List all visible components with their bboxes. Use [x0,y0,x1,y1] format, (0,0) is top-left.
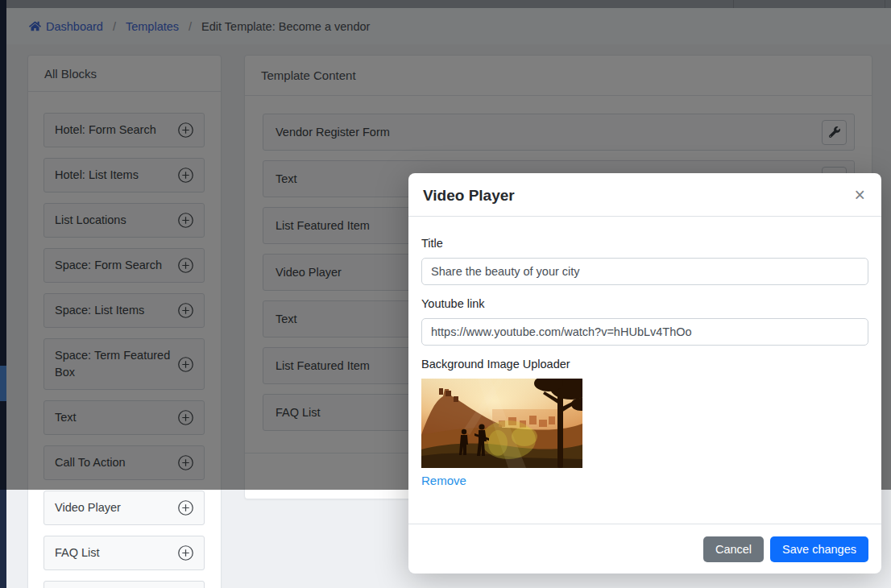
youtube-field-group: Youtube link [421,297,868,346]
block-item-label: Video Player [55,499,126,516]
add-block-icon[interactable] [177,545,194,561]
modal-title: Video Player [423,187,515,205]
block-item-label: FAQ List [55,545,105,561]
title-input[interactable] [421,258,868,285]
block-item-faq-list[interactable]: FAQ List [44,536,205,570]
block-item-video-player[interactable]: Video Player [44,491,205,525]
close-icon[interactable]: × [855,186,865,205]
title-field-label: Title [421,237,868,250]
youtube-link-input[interactable] [421,318,868,346]
save-changes-button[interactable]: Save changes [770,536,868,562]
modal-footer: Cancel Save changes [408,524,881,574]
cancel-button[interactable]: Cancel [703,536,764,562]
add-block-icon[interactable] [177,499,194,516]
background-image-preview [421,379,582,468]
background-image-uploader-label: Background Image Uploader [421,358,868,371]
page: Dashboard / Templates / Edit Template: B… [0,0,891,588]
title-field-group: Title [421,237,868,285]
background-image-uploader-group: Background Image Uploader [421,358,868,488]
remove-image-link[interactable]: Remove [421,474,466,487]
block-item-partial[interactable] [44,581,205,588]
video-player-modal: Video Player × Title Youtube link Backgr… [408,173,881,574]
youtube-field-label: Youtube link [421,297,868,310]
modal-body: Title Youtube link Background Image Uplo… [408,217,881,524]
modal-header: Video Player × [408,173,881,217]
